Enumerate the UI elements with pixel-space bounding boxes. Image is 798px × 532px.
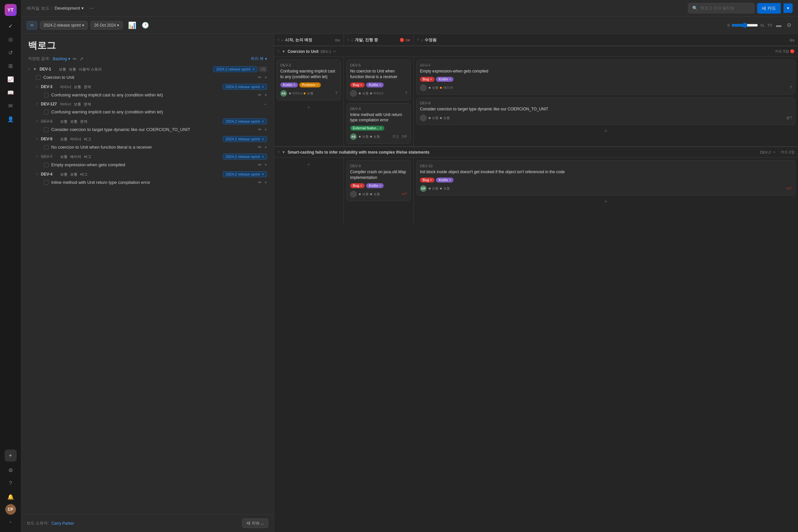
tree-view-button[interactable]: 트리 뷰 ▾ (251, 56, 267, 61)
label-bug[interactable]: Bug × (350, 82, 365, 88)
drag-handle[interactable]: ⠿ (36, 137, 38, 141)
col-drag-modified[interactable]: ⠿ (417, 38, 419, 42)
label-remove-icon[interactable]: × (449, 178, 451, 182)
sidebar-item-plus[interactable]: + (5, 450, 17, 461)
label-remove-icon[interactable]: × (360, 83, 362, 87)
col-drag-start[interactable]: ⠿ (277, 38, 280, 42)
add-icon[interactable]: + (264, 162, 267, 167)
board-card-dev7[interactable]: DEV-7 Empty expression-when gets compile… (416, 59, 795, 95)
board-card-dev8[interactable]: DEV-8 Consider coercion to target type d… (416, 97, 795, 125)
edit-icon[interactable]: ✏ (258, 92, 262, 97)
item-row-dev5[interactable]: ⠿ DEV-5 보통 마이너 버그 2024.2 release sprint … (33, 134, 270, 144)
label-external[interactable]: External featur... × (350, 126, 384, 131)
item-row-dev4[interactable]: ⠿ DEV-4 보통 보통 버그 2024.2 release sprint × (33, 169, 270, 179)
sprint-badge-dev4[interactable]: 2024.2 release sprint × (223, 171, 267, 177)
label-remove-icon[interactable]: × (360, 184, 362, 188)
board-card-dev4[interactable]: DEV-4 Inline method with Unit return typ… (346, 103, 411, 144)
add-icon[interactable]: + (264, 127, 267, 132)
item-checkbox-dev5[interactable] (44, 145, 49, 150)
sprint-remove-button[interactable]: × (262, 85, 264, 89)
sidebar-item-bell[interactable]: 🔔 (5, 491, 17, 503)
group-checkbox-dev1[interactable] (36, 75, 41, 80)
breadcrumb-agile[interactable]: 애자일 보드 (26, 5, 50, 11)
sprint-remove-button[interactable]: × (252, 67, 254, 71)
email-toggle-button[interactable]: ✉ (26, 21, 37, 30)
label-kotlin[interactable]: Kotlin × (436, 177, 454, 183)
sidebar-expand[interactable]: » (5, 516, 17, 528)
label-bug[interactable]: Bug × (420, 77, 435, 82)
epic-drag-dev1[interactable]: ⠿ (277, 50, 280, 53)
label-remove-icon[interactable]: × (293, 83, 295, 87)
sidebar-item-check[interactable]: ✓ (5, 20, 17, 32)
user-avatar[interactable]: CP (5, 504, 16, 515)
sidebar-item-grid[interactable]: ⊞ (5, 60, 17, 72)
col1-add-button-dev2[interactable]: + (277, 160, 341, 169)
board-card-dev10[interactable]: DEV-10 Init block inside object doesn't … (416, 160, 795, 195)
sprint-badge-dev7[interactable]: 2024.2 release sprint × (223, 154, 267, 159)
sprint-selector[interactable]: 2024.2 release sprint ▾ (40, 21, 88, 30)
label-kotlin[interactable]: Kotlin × (366, 183, 384, 188)
sprint-remove-button[interactable]: × (262, 137, 264, 141)
drag-handle[interactable]: ⠿ (36, 120, 38, 124)
edit-filter-icon[interactable]: ✏ (73, 56, 77, 61)
sidebar-item-chart[interactable]: 📈 (5, 73, 17, 85)
edit-icon[interactable]: ✏ (258, 180, 262, 185)
item-checkbox-dev8[interactable] (44, 127, 49, 132)
sidebar-item-gear[interactable]: ⚙ (5, 464, 17, 476)
timer-icon[interactable]: 🕐 (141, 22, 149, 29)
board-card-dev3[interactable]: DEV-3 Confusing warning implicit cast to… (277, 59, 341, 100)
col1-add-button[interactable]: + (277, 103, 341, 112)
item-row-dev8[interactable]: ⠿ DEV-8 보통 보통 문제 2024.2 release sprint × (33, 116, 270, 126)
label-kotlin[interactable]: Kotlin × (436, 77, 454, 82)
search-input[interactable]: 🔍 백로그 이슈 필터링 (688, 3, 755, 13)
settings-button[interactable]: ⚙ (785, 21, 793, 30)
size-range-input[interactable] (732, 23, 758, 28)
sidebar-item-settings[interactable]: ◎ (5, 33, 17, 45)
label-remove-icon[interactable]: × (430, 178, 432, 182)
col3-add-button-dev1[interactable]: + (604, 128, 608, 135)
group-expand-arrow[interactable]: ▼ (33, 67, 37, 72)
sprint-badge[interactable]: 2024.2 release sprint × (213, 66, 258, 72)
drag-handle[interactable]: ⠿ (28, 68, 30, 71)
item-checkbox-dev7[interactable] (44, 163, 49, 167)
sidebar-item-book[interactable]: 📖 (5, 87, 17, 98)
sidebar-item-history[interactable]: ↺ (5, 46, 17, 58)
label-remove-icon[interactable]: × (379, 184, 381, 188)
label-remove-icon[interactable]: × (316, 83, 318, 87)
sprint-remove-button[interactable]: × (262, 172, 264, 176)
sprint-badge-dev3[interactable]: 2024.2 release sprint × (223, 84, 267, 90)
item-checkbox-dev3[interactable] (44, 93, 49, 97)
app-logo[interactable]: YT (5, 4, 17, 16)
sprint-remove-button[interactable]: × (262, 155, 264, 158)
sprint-badge-dev8[interactable]: 2024.2 release sprint × (223, 118, 267, 125)
edit-icon[interactable]: ✏ (258, 127, 262, 132)
label-remove-icon[interactable]: × (449, 77, 451, 81)
sidebar-item-users[interactable]: 👤 (5, 113, 17, 125)
item-checkbox-dev4[interactable] (44, 180, 49, 185)
epic-edit-icon-dev1[interactable]: ✏ (333, 49, 337, 54)
owner-name[interactable]: Carry Parker (52, 521, 74, 526)
chart-icon[interactable]: 📊 (128, 21, 136, 29)
edit-icon[interactable]: ✏ (258, 162, 262, 167)
label-kotlin[interactable]: Kotlin × (280, 82, 298, 88)
board-card-dev5[interactable]: DEV-5 No coercion to Unit when function … (346, 59, 411, 100)
add-icon[interactable]: + (264, 75, 267, 80)
date-selector[interactable]: 26 Oct 2024 ▾ (91, 21, 123, 30)
epic-arrow-dev2[interactable]: ▼ (282, 150, 286, 155)
label-remove-icon[interactable]: × (380, 126, 382, 130)
col-collapse-arrow-start[interactable]: ‹ (282, 38, 283, 42)
label-problem[interactable]: Problem × (299, 82, 321, 88)
filter-tag[interactable]: Backlog ▾ (53, 57, 71, 61)
add-icon[interactable]: + (264, 180, 267, 185)
drag-handle[interactable]: ⠿ (36, 85, 38, 89)
new-card-button[interactable]: 새 카드 (757, 3, 781, 14)
group-row-dev1[interactable]: ⠿ ▼ DEV-1 보통 보통 사용자 스토리 2024.2 release s… (25, 64, 270, 74)
new-card-dropdown[interactable]: ▾ (783, 3, 793, 13)
sprint-remove-button[interactable]: × (262, 119, 264, 124)
item-row-dev127[interactable]: ⠿ DEV-127 마이너 보통 문제 → (33, 99, 270, 109)
breadcrumb-project[interactable]: Development ▾ (55, 6, 84, 11)
label-bug[interactable]: Bug × (420, 177, 435, 183)
epic-edit-icon-dev2[interactable]: ✏ (773, 150, 776, 155)
board-card-dev9[interactable]: DEV-9 Compiler crash on java.util.Map im… (346, 160, 411, 201)
share-filter-icon[interactable]: ↗ (79, 56, 83, 61)
